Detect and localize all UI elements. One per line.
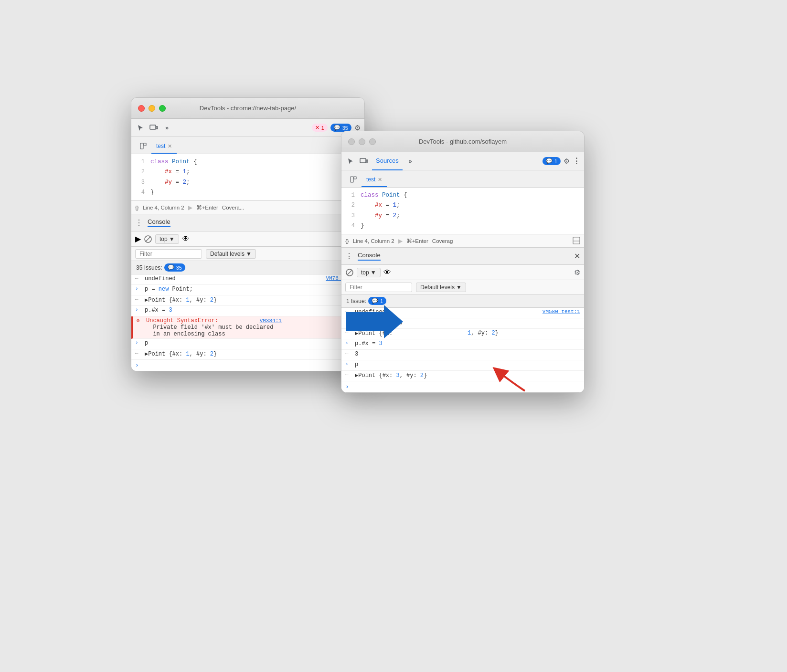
console-toolbar: ▶ top ▼ 👁 xyxy=(131,231,364,247)
vm580-link[interactable]: VM580 test:1 xyxy=(542,309,580,315)
status-bar: {} Line 4, Column 2 ▶ ⌘+Enter Covera... xyxy=(131,201,364,214)
right-tab-close-icon[interactable]: ✕ xyxy=(378,177,382,183)
right-minimize-button[interactable] xyxy=(359,138,365,145)
right-filter-input[interactable] xyxy=(345,283,412,292)
code-line-2: 2 #x = 1; xyxy=(131,167,364,177)
right-console-settings-icon[interactable]: ⚙ xyxy=(574,268,580,277)
issues-count-badge[interactable]: 💬 35 xyxy=(164,263,185,272)
console-tab[interactable]: Console xyxy=(148,218,170,227)
right-console-row-3: ← 3 xyxy=(341,350,584,360)
top-context-button[interactable]: top ▼ xyxy=(155,234,179,244)
console-row-undefined: ← undefined VM76 test:1 xyxy=(131,274,364,285)
run-icon[interactable]: ▶ xyxy=(135,234,141,243)
blue-arrow xyxy=(346,303,403,343)
right-console-row-p: › p xyxy=(341,360,584,371)
braces-icon[interactable]: {} xyxy=(135,205,139,210)
right-tab-test[interactable]: test ✕ xyxy=(362,173,387,187)
right-issues-badge[interactable]: 💬 1 xyxy=(542,157,561,165)
sources-tab[interactable]: Sources xyxy=(372,152,403,170)
cursor-icon[interactable] xyxy=(135,123,146,133)
right-coverage-label[interactable]: Coverag xyxy=(432,238,453,244)
right-braces-icon[interactable]: {} xyxy=(345,238,349,244)
svg-line-14 xyxy=(347,270,352,275)
shortcut-label: ⌘+Enter xyxy=(196,204,218,211)
svg-rect-10 xyxy=(354,177,356,179)
minimize-button[interactable] xyxy=(149,105,155,112)
tab-trigger-button[interactable] xyxy=(135,139,151,154)
devtools-toolbar: » ✕ 1 💬 35 ⚙ xyxy=(131,119,364,137)
console-row-point2: ← ▶Point {#x: 1, #y: 2} xyxy=(131,349,364,360)
filter-input[interactable] xyxy=(135,249,202,259)
svg-rect-11 xyxy=(573,237,580,244)
right-console-filter-row: Default levels ▼ xyxy=(341,280,584,294)
window-title: DevTools - chrome://new-tab-page/ xyxy=(200,105,296,112)
right-more-tools-icon[interactable]: » xyxy=(405,156,416,167)
issues-icon-sm: 💬 xyxy=(168,264,174,271)
eye-icon[interactable]: 👁 xyxy=(182,235,190,243)
right-tab-bar: test ✕ xyxy=(341,170,584,188)
right-shortcut-label: ⌘+Enter xyxy=(406,238,428,244)
device-icon[interactable] xyxy=(149,123,159,133)
right-top-context-button[interactable]: top ▼ xyxy=(357,268,381,277)
right-console-tab[interactable]: Console xyxy=(358,252,381,261)
error-badge[interactable]: ✕ 1 xyxy=(312,124,328,132)
right-clear-icon[interactable] xyxy=(345,268,354,277)
right-code-line-1: 1 class Point { xyxy=(341,190,584,200)
console-output: ← undefined VM76 test:1 › p = new Point;… xyxy=(131,274,364,371)
console-panel: ⋮ Console ▶ top ▼ 👁 xyxy=(131,214,364,371)
console-row-p: › p xyxy=(131,339,364,349)
right-console-row-point3: ← ▶Point {#x: 3, #y: 2} xyxy=(341,371,584,381)
right-issues-icon: 💬 xyxy=(546,158,553,164)
right-devtools-toolbar: Sources » 💬 1 ⚙ ⋮ xyxy=(341,152,584,170)
right-levels-dropdown[interactable]: Default levels ▼ xyxy=(416,283,466,292)
console-row-point1: ← ▶Point {#x: 1, #y: 2} xyxy=(131,295,364,306)
more-tools-icon[interactable]: » xyxy=(162,123,172,133)
right-three-dots-icon[interactable]: ⋮ xyxy=(345,252,353,261)
right-close-button[interactable] xyxy=(348,138,355,145)
right-tab-trigger-button[interactable] xyxy=(345,173,362,187)
right-maximize-button[interactable] xyxy=(369,138,376,145)
right-code-editor: 1 class Point { 2 #x = 1; 3 #y = 2; 4 } xyxy=(341,188,584,234)
levels-dropdown[interactable]: Default levels ▼ xyxy=(206,249,256,259)
svg-rect-1 xyxy=(156,126,158,129)
coverage-label[interactable]: Covera... xyxy=(222,205,245,210)
svg-line-5 xyxy=(146,237,150,242)
code-editor: 1 class Point { 2 #x = 1; 3 #y = 2; 4 } xyxy=(131,154,364,201)
right-more-icon[interactable]: ⋮ xyxy=(573,157,580,166)
right-settings-icon[interactable]: ⚙ xyxy=(564,157,570,166)
close-button[interactable] xyxy=(138,105,145,112)
svg-rect-3 xyxy=(144,143,146,146)
svg-rect-7 xyxy=(360,158,366,163)
tab-bar: test ✕ xyxy=(131,137,364,154)
right-code-line-3: 3 #y = 2; xyxy=(341,211,584,221)
issues-icon: 💬 xyxy=(334,125,340,131)
maximize-button[interactable] xyxy=(159,105,166,112)
position-label: Line 4, Column 2 xyxy=(143,205,184,210)
tab-test[interactable]: test ✕ xyxy=(151,139,177,154)
right-cursor-icon[interactable] xyxy=(345,156,356,167)
traffic-lights xyxy=(138,105,166,112)
issues-bar: 35 Issues: 💬 35 xyxy=(131,261,364,274)
three-dots-icon[interactable]: ⋮ xyxy=(135,218,143,227)
svg-rect-0 xyxy=(150,125,156,129)
issues-text: 35 Issues: xyxy=(136,264,162,271)
right-console-prompt[interactable]: › xyxy=(341,381,584,392)
console-row-px3: › p.#x = 3 xyxy=(131,306,364,316)
left-title-bar: DevTools - chrome://new-tab-page/ xyxy=(131,98,364,119)
right-window-title: DevTools - github.com/sofiayem xyxy=(419,138,507,145)
console-header: ⋮ Console xyxy=(131,214,364,231)
vm384-link[interactable]: VM384:1 xyxy=(260,318,282,324)
right-status-bar: {} Line 4, Column 2 ▶ ⌘+Enter Coverag xyxy=(341,234,584,248)
right-devtools-window: DevTools - github.com/sofiayem Sources » xyxy=(341,131,585,393)
right-eye-icon[interactable]: 👁 xyxy=(383,268,391,277)
clear-icon[interactable] xyxy=(144,235,152,243)
svg-rect-2 xyxy=(140,143,143,149)
resize-icon[interactable] xyxy=(573,237,580,245)
console-prompt[interactable]: › xyxy=(131,360,364,371)
right-device-icon[interactable] xyxy=(359,156,369,167)
right-code-line-4: 4 } xyxy=(341,221,584,231)
tab-close-icon[interactable]: ✕ xyxy=(168,143,172,149)
right-close-console-icon[interactable]: ✕ xyxy=(574,252,580,261)
console-filter-row: Default levels ▼ xyxy=(131,247,364,261)
code-line-1: 1 class Point { xyxy=(131,157,364,167)
